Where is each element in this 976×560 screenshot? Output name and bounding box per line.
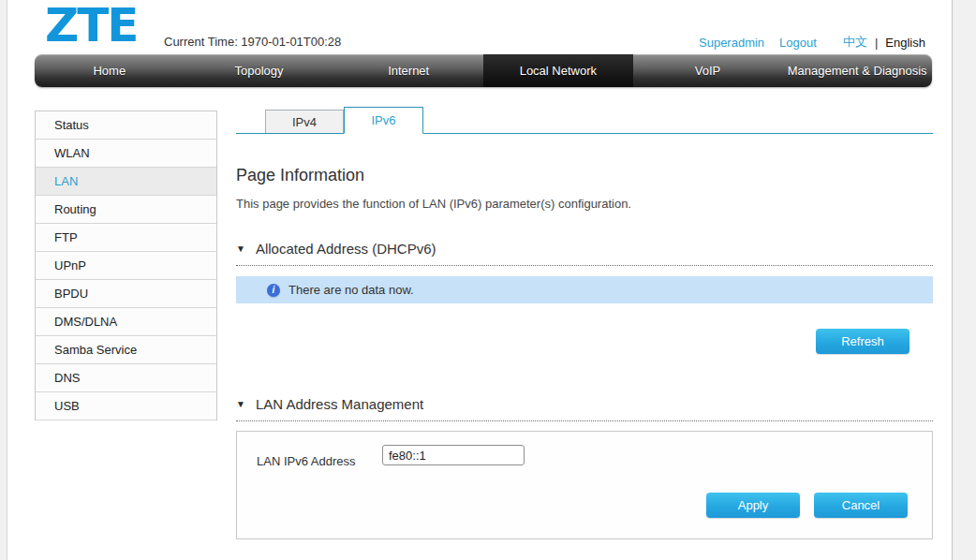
nav-item-management-diagnosis[interactable]: Management & Diagnosis (782, 54, 932, 87)
language-chinese-link[interactable]: 中文 (843, 34, 867, 51)
current-time-label: Current Time: 1970-01-01T00:28 (164, 35, 341, 49)
refresh-row: Refresh (236, 329, 933, 354)
sidebar-item-usb[interactable]: USB (36, 392, 216, 420)
cancel-button[interactable]: Cancel (814, 493, 908, 518)
apply-button[interactable]: Apply (706, 493, 800, 518)
nav-item-home[interactable]: Home (35, 54, 185, 87)
no-data-info-bar: i There are no data now. (236, 276, 933, 303)
language-english-link[interactable]: English (885, 36, 925, 50)
zte-logo: ZTE (45, 2, 138, 49)
logout-link[interactable]: Logout (779, 36, 817, 50)
nav-item-voip[interactable]: VoIP (633, 54, 783, 87)
section-allocated-address-header[interactable]: ▼ Allocated Address (DHCPv6) (236, 241, 933, 257)
sidebar-item-wlan[interactable]: WLAN (36, 140, 216, 168)
main-content: IPv4 IPv6 Page Information This page pro… (236, 103, 933, 539)
collapse-triangle-icon: ▼ (236, 399, 245, 409)
section-lan-address-header[interactable]: ▼ LAN Address Management (236, 396, 933, 412)
nav-item-internet[interactable]: Internet (333, 54, 483, 87)
lan-ipv6-address-label: LAN IPv6 Address (257, 454, 356, 468)
page-title: Page Information (236, 166, 933, 185)
sidebar-item-status[interactable]: Status (36, 111, 216, 140)
sidebar-item-dns[interactable]: DNS (36, 364, 216, 392)
collapse-triangle-icon: ▼ (236, 243, 245, 254)
sidebar-item-samba-service[interactable]: Samba Service (36, 336, 216, 364)
sidebar-item-dms-dlna[interactable]: DMS/DLNA (36, 308, 216, 336)
section-lan-address-title: LAN Address Management (256, 396, 423, 412)
nav-item-local-network[interactable]: Local Network (483, 54, 633, 87)
sidebar-item-routing[interactable]: Routing (36, 196, 216, 224)
page-right-gutter (952, 0, 976, 560)
superadmin-link[interactable]: Superadmin (699, 36, 764, 50)
ip-version-tabs: IPv4 IPv6 (236, 103, 933, 134)
page-description: This page provides the function of LAN (… (236, 197, 933, 211)
no-data-message: There are no data now. (288, 283, 414, 297)
sidebar-item-bpdu[interactable]: BPDU (36, 280, 216, 308)
page-left-gutter (0, 0, 7, 560)
section-divider (236, 420, 933, 421)
main-nav: Home Topology Internet Local Network VoI… (35, 54, 932, 87)
tab-ipv4[interactable]: IPv4 (265, 110, 344, 133)
language-separator: | (875, 36, 878, 50)
lan-ipv6-address-input[interactable] (382, 445, 525, 465)
tab-ipv6[interactable]: IPv6 (344, 107, 423, 134)
nav-item-topology[interactable]: Topology (185, 54, 334, 87)
form-buttons: Apply Cancel (706, 493, 908, 518)
refresh-button[interactable]: Refresh (816, 329, 909, 354)
section-allocated-address-title: Allocated Address (DHCPv6) (256, 241, 436, 257)
sidebar-item-upnp[interactable]: UPnP (36, 252, 216, 280)
header-links: Superadmin Logout 中文 | English (699, 34, 925, 51)
sidebar-item-ftp[interactable]: FTP (36, 224, 216, 252)
sidebar-item-lan[interactable]: LAN (36, 168, 216, 196)
sidebar-menu: Status WLAN LAN Routing FTP UPnP BPDU DM… (35, 111, 217, 420)
lan-address-form: LAN IPv6 Address Apply Cancel (236, 431, 933, 539)
info-icon: i (267, 284, 280, 297)
section-divider (236, 265, 933, 266)
